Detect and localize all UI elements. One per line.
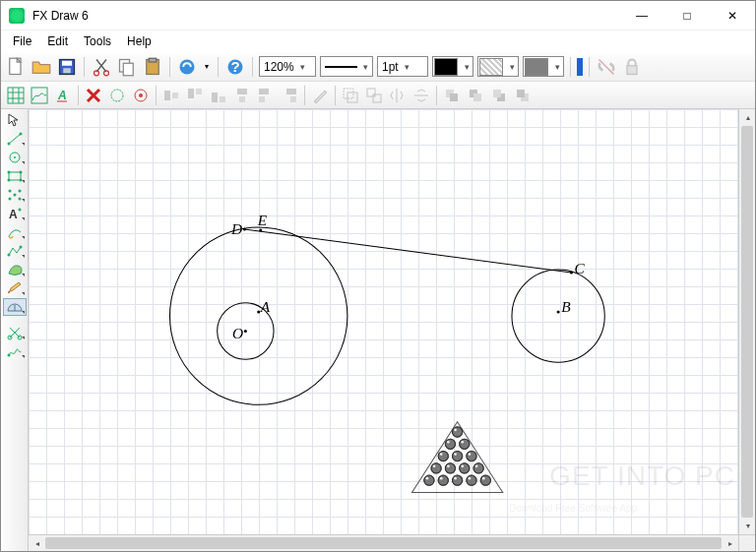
svg-point-50 — [7, 171, 10, 174]
help-button[interactable]: ? — [224, 56, 246, 78]
copy-button[interactable] — [116, 56, 138, 78]
svg-point-61 — [7, 254, 10, 257]
stroke-color-combo[interactable]: ▾ — [523, 56, 564, 77]
delete-button[interactable] — [83, 85, 104, 106]
svg-point-55 — [18, 190, 21, 193]
svg-point-62 — [19, 246, 22, 249]
tool-rect[interactable] — [3, 167, 27, 185]
tool-pencil[interactable] — [3, 279, 27, 297]
graph-button[interactable] — [29, 85, 50, 106]
svg-point-69 — [512, 270, 604, 362]
link-button[interactable] — [176, 56, 198, 78]
svg-point-108 — [447, 441, 450, 444]
zoom-combo[interactable]: 120%▾ — [259, 56, 316, 77]
menu-edit[interactable]: Edit — [39, 31, 76, 51]
pattern-combo[interactable]: ▾ — [477, 56, 519, 77]
svg-point-113 — [433, 465, 436, 468]
fill-color-combo[interactable]: ▾ — [432, 56, 473, 77]
align-6[interactable] — [279, 85, 300, 106]
tool-freehand[interactable] — [3, 342, 27, 360]
svg-point-114 — [447, 465, 450, 468]
svg-point-118 — [440, 477, 443, 480]
scroll-up-button[interactable]: ▴ — [739, 109, 755, 126]
close-button[interactable]: ✕ — [710, 1, 755, 30]
tool-pointer[interactable] — [3, 111, 27, 129]
break-link-button[interactable] — [596, 56, 617, 78]
lock-button[interactable] — [621, 56, 643, 78]
align-2[interactable] — [184, 85, 206, 106]
tool-circle[interactable] — [3, 149, 27, 166]
svg-point-76 — [259, 228, 262, 231]
select-circle-button[interactable] — [106, 85, 128, 106]
svg-line-70 — [244, 229, 571, 273]
grid-button[interactable] — [5, 85, 27, 106]
send-back-button[interactable] — [512, 85, 534, 106]
paste-button[interactable] — [142, 56, 163, 78]
flip-h-button[interactable] — [387, 85, 409, 106]
svg-point-58 — [13, 194, 16, 197]
brush-button[interactable] — [309, 85, 331, 106]
svg-point-19 — [139, 93, 143, 97]
open-button[interactable] — [31, 56, 52, 78]
save-button[interactable] — [56, 56, 78, 78]
new-button[interactable] — [5, 56, 27, 78]
minimize-button[interactable]: ― — [619, 1, 664, 30]
align-5[interactable] — [255, 85, 277, 106]
menu-help[interactable]: Help — [119, 31, 159, 51]
horizontal-scrollbar[interactable]: ◂ ▸ — [29, 534, 738, 551]
app-window: FX Draw 6 ― □ ✕ File Edit Tools Help ▾ ?… — [0, 0, 756, 552]
watermark-main: GET INTO PC — [549, 460, 735, 492]
align-3[interactable] — [208, 85, 229, 106]
menu-file[interactable]: File — [5, 31, 39, 51]
tool-line[interactable] — [3, 130, 27, 148]
line-weight-combo[interactable]: 1pt▾ — [377, 56, 428, 77]
ungroup-button[interactable] — [363, 85, 385, 106]
style-a-button[interactable]: A — [52, 85, 74, 106]
bring-front-button[interactable] — [441, 85, 463, 106]
svg-rect-43 — [517, 90, 525, 97]
label-c: C — [575, 260, 586, 276]
maximize-button[interactable]: □ — [664, 1, 710, 30]
svg-rect-14 — [8, 88, 24, 103]
bring-forward-button[interactable] — [465, 85, 486, 106]
select-circle2-button[interactable] — [130, 85, 152, 106]
vertical-scrollbar[interactable]: ▴ ▾ — [738, 109, 755, 534]
svg-rect-25 — [220, 96, 225, 102]
align-4[interactable] — [231, 85, 253, 106]
send-backward-button[interactable] — [488, 85, 510, 106]
svg-rect-33 — [347, 92, 357, 102]
svg-point-45 — [7, 143, 10, 146]
tool-protractor[interactable] — [3, 298, 27, 316]
svg-point-74 — [570, 272, 573, 275]
svg-rect-7 — [123, 63, 133, 76]
svg-point-75 — [243, 227, 246, 230]
cut-button[interactable] — [91, 56, 112, 78]
tool-text[interactable]: A — [3, 205, 27, 222]
group-button[interactable] — [340, 85, 361, 106]
title-bar: FX Draw 6 ― □ ✕ — [1, 1, 755, 31]
svg-rect-9 — [149, 58, 157, 62]
label-b: B — [561, 298, 571, 315]
menu-tools[interactable]: Tools — [76, 31, 119, 51]
svg-rect-2 — [62, 60, 72, 65]
svg-rect-49 — [9, 172, 21, 180]
line-style-combo[interactable]: ▾ — [320, 56, 373, 77]
svg-rect-41 — [493, 90, 501, 97]
scroll-right-button[interactable]: ▸ — [722, 535, 738, 551]
edit-toolbar: A — [1, 82, 755, 109]
svg-point-116 — [475, 465, 478, 468]
scroll-left-button[interactable]: ◂ — [29, 535, 45, 551]
tool-nodes[interactable] — [3, 186, 27, 204]
tool-shape[interactable] — [3, 261, 27, 278]
flip-v-button[interactable] — [410, 85, 432, 106]
align-1[interactable] — [160, 85, 182, 106]
link-dropdown[interactable]: ▾ — [202, 56, 212, 78]
canvas-area[interactable]: O A B C D E — [29, 109, 755, 551]
tool-scissors[interactable] — [3, 324, 27, 341]
tool-curve[interactable] — [3, 223, 27, 241]
tool-polyline[interactable] — [3, 242, 27, 260]
svg-point-17 — [111, 90, 123, 101]
scroll-down-button[interactable]: ▾ — [739, 518, 755, 534]
svg-text:A: A — [57, 89, 67, 102]
svg-rect-24 — [212, 92, 218, 102]
